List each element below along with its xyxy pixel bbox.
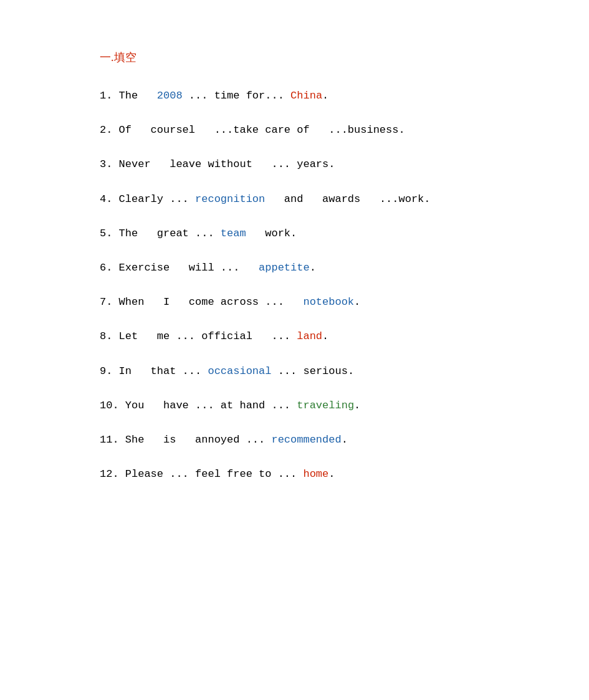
item-text: work.	[246, 228, 297, 239]
item-text: 7. When I come across ...	[100, 296, 303, 308]
item-text: .	[354, 296, 360, 308]
item-text: 8. Let me ... official ...	[100, 330, 297, 342]
item-text: .	[342, 434, 348, 446]
list-item: 6. Exercise will ... appetite.	[100, 259, 489, 276]
item-text: .	[328, 468, 335, 480]
list-item: 2. Of coursel ...take care of ...busines…	[100, 122, 489, 138]
list-item: 10. You have ... at hand ... traveling.	[100, 397, 489, 414]
item-text: 10. You have ... at hand ...	[100, 400, 297, 411]
list-item: 5. The great ... team work.	[100, 225, 489, 242]
section-title: 一.填空	[100, 50, 489, 65]
item-text: notebook	[303, 296, 354, 308]
list-item: 8. Let me ... official ... land.	[100, 328, 489, 345]
item-text: appetite	[259, 262, 310, 274]
item-text: ... time for...	[183, 90, 290, 102]
exercise-list: 1. The 2008 ... time for... China. 2. Of…	[100, 87, 489, 482]
item-text: 5. The great ...	[100, 228, 221, 239]
list-item: 4. Clearly ... recognition and awards ..…	[100, 191, 489, 208]
item-text: 9. In that ...	[100, 365, 208, 377]
list-item: 9. In that ... occasional ... serious.	[100, 363, 489, 380]
item-text: China	[290, 90, 322, 102]
item-text: 12. Please ... feel free to ...	[100, 468, 303, 480]
item-text: 1. The	[100, 90, 157, 102]
item-text: land	[297, 330, 322, 342]
item-text: team	[221, 228, 246, 239]
item-text: 3. Never leave without ... years.	[100, 158, 335, 170]
item-text: occasional	[208, 365, 271, 377]
item-text: .	[322, 330, 328, 342]
item-text: and awards ...work.	[265, 193, 430, 205]
list-item: 1. The 2008 ... time for... China.	[100, 87, 489, 104]
item-text: .	[322, 90, 328, 102]
item-text: 4. Clearly ...	[100, 193, 195, 205]
item-text: 2. Of coursel ...take care of ...busines…	[100, 124, 405, 136]
item-text: .	[310, 262, 316, 274]
item-text: 6. Exercise will ...	[100, 262, 259, 274]
list-item: 12. Please ... feel free to ... home.	[100, 466, 489, 482]
item-text: 11. She is annoyed ...	[100, 434, 271, 446]
item-text: 2008	[157, 90, 183, 102]
item-text: .	[354, 400, 360, 411]
item-text: traveling	[297, 400, 354, 411]
page-container: 一.填空 1. The 2008 ... time for... China. …	[0, 0, 589, 700]
item-text: recommended	[271, 434, 341, 446]
item-text: recognition	[195, 193, 265, 205]
item-text: home	[303, 468, 328, 480]
list-item: 7. When I come across ... notebook.	[100, 294, 489, 310]
list-item: 3. Never leave without ... years.	[100, 156, 489, 173]
list-item: 11. She is annoyed ... recommended.	[100, 431, 489, 448]
item-text: ... serious.	[271, 365, 354, 377]
